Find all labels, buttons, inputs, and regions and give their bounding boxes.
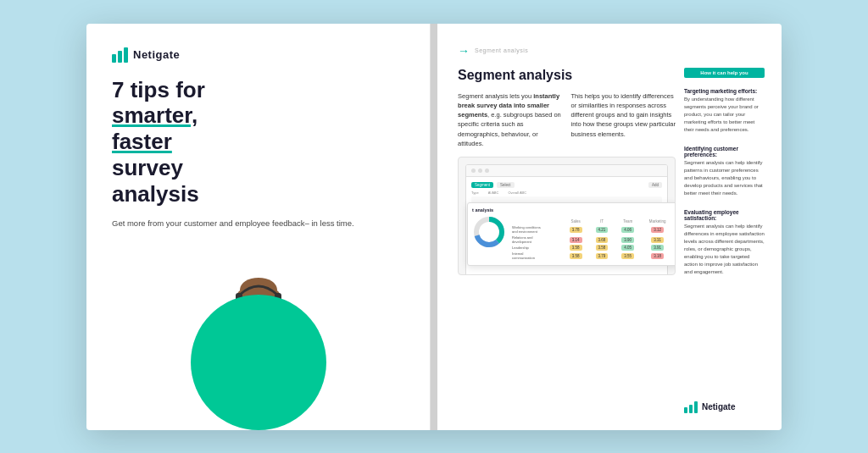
headline-section: 7 tips for smarter, faster survey analys… (112, 78, 205, 208)
right-main: Segment analysis Segment analysis lets y… (458, 68, 676, 413)
desc-col-2: This helps you to identify differences o… (571, 91, 676, 149)
book-spine (431, 24, 437, 430)
sidebar-section-2: Identifying customer preferences: Segmen… (684, 146, 765, 197)
donut-chart (472, 215, 506, 249)
sidebar-section-1: Targeting marketing efforts: By understa… (684, 88, 765, 134)
headline-smarter: smarter, (112, 102, 205, 129)
right-sidebar: How it can help you Targeting marketing … (684, 68, 765, 413)
overlap-content: Sales IT Team Marketing Working conditio… (472, 215, 674, 261)
headline-analysis: analysis (112, 181, 205, 207)
sidebar-section-3: Evaluating employee satisfaction: Segmen… (684, 209, 765, 276)
book-container: Netigate 7 tips for smarter, faster surv… (86, 24, 782, 430)
person-image (178, 261, 339, 430)
netigate-logo-bottom: Netigate (684, 395, 765, 413)
logo-text-bottom: Netigate (702, 402, 735, 412)
sidebar-title-3: Evaluating employee satisfaction: (684, 209, 765, 221)
screenshot-header (466, 165, 667, 177)
netigate-logo-icon-bottom (684, 401, 698, 413)
green-circle (191, 295, 326, 430)
logo-text-left: Netigate (133, 48, 180, 61)
sidebar-title-2: Identifying customer preferences: (684, 146, 765, 157)
page-left: Netigate 7 tips for smarter, faster surv… (86, 24, 431, 430)
subtitle: Get more from your customer and employee… (112, 218, 354, 229)
description-row: Segment analysis lets you instantly brea… (458, 91, 676, 149)
breadcrumb-bar: → Segment analysis (458, 44, 765, 58)
section-title: Segment analysis (458, 68, 676, 83)
sidebar-body-2: Segment analysis can help identify patte… (684, 159, 765, 197)
netigate-logo-icon (112, 47, 128, 63)
desc-text-1: Segment analysis lets you instantly brea… (458, 91, 562, 149)
mini-table: Sales IT Team Marketing Working conditio… (510, 218, 674, 261)
headline-faster: faster (112, 129, 205, 155)
screenshot-area: Segment Select Add TypeAl ABCOverall ABC (458, 157, 676, 275)
mini-table-container: Sales IT Team Marketing Working conditio… (510, 215, 674, 261)
how-badge: How it can help you (684, 68, 765, 78)
desc-col-1: Segment analysis lets you instantly brea… (458, 91, 562, 149)
headline-tips: 7 tips for (112, 78, 205, 103)
right-content: Segment analysis Segment analysis lets y… (458, 68, 765, 413)
sidebar-body-1: By understanding how different segments … (684, 96, 765, 134)
desc-text-2: This helps you to identify differences o… (571, 91, 676, 139)
netigate-logo-left: Netigate (112, 47, 180, 63)
page-right: → Segment analysis Segment analysis Segm… (437, 24, 782, 430)
breadcrumb-arrow-icon: → (458, 44, 470, 58)
breadcrumb-text: Segment analysis (475, 47, 528, 53)
overlap-title: t analysis (472, 207, 674, 213)
screenshot-overlap: t analysis (467, 202, 676, 266)
sidebar-body-3: Segment analysis can help identify diffe… (684, 223, 765, 276)
headline-survey: survey (112, 155, 205, 181)
sidebar-title-1: Targeting marketing efforts: (684, 88, 765, 94)
